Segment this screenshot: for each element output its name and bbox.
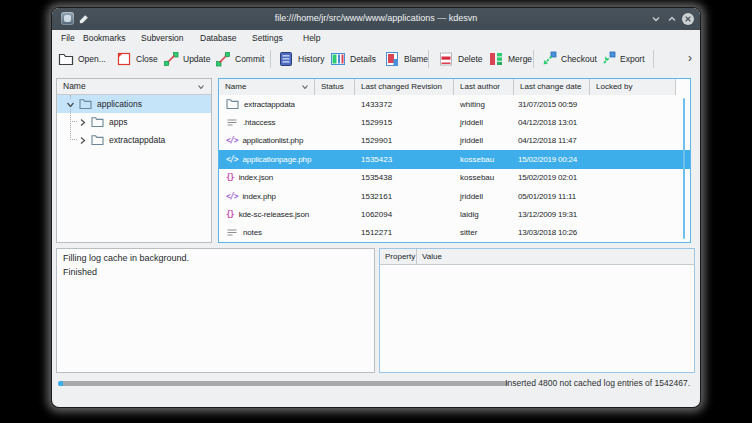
kdesvn-window: file:///home/jr/src/www/www/applications… [52,8,700,407]
cell-revision: 1535423 [355,155,454,164]
tree-guide-line [70,121,77,123]
cell-revision: 1535438 [355,173,454,182]
delete-button[interactable]: Delete [434,48,487,70]
cell-author: whiting [454,100,514,109]
text-file-icon [226,227,238,239]
merge-button[interactable]: Merge [484,48,536,70]
chevron-down-icon [301,83,309,91]
file-row-kde-sc-releases.json[interactable]: {}kde-sc-releases.json1062094laidig13/12… [219,205,690,223]
properties-panel: Property Value [379,248,695,373]
property-column-header[interactable]: Property [380,249,417,265]
merge-icon [488,51,504,67]
close-button[interactable] [681,12,695,26]
cell-author: jriddell [454,192,514,201]
log-line: Filling log cache in background. [63,252,368,266]
column-header-status[interactable]: Status [315,79,355,95]
log-line: Finished [63,266,368,280]
toolbar-button-label: Update [183,54,210,64]
maximize-button[interactable] [665,12,679,26]
collapsed-arrow-icon[interactable] [78,118,87,127]
cell-author: kossebau [454,155,514,164]
toolbar-separator [428,50,429,68]
cell-change-date: 05/01/2019 11:11 [514,192,590,201]
file-name: index.json [239,173,274,182]
value-column-header[interactable]: Value [417,249,694,265]
toolbar-button-label: Close [136,54,158,64]
expanded-arrow-icon[interactable] [66,100,75,109]
open-button[interactable]: Open... [54,48,110,70]
file-row-applicationlist.php[interactable]: </>applicationlist.php1529901jriddell04/… [219,132,690,150]
checkout-button[interactable]: Checkout [537,48,601,70]
tree-item-label: apps [109,117,127,127]
cell-author: laidig [454,210,514,219]
toolbar-button-label: Checkout [561,54,597,64]
tree-item-label: applications [97,99,142,109]
column-header-locked-by[interactable]: Locked by [590,79,676,95]
tree-header[interactable]: Name [57,79,211,95]
tree-item-applications[interactable]: applications [57,95,211,113]
json-file-icon: {} [226,210,234,219]
cell-author: sitter [454,228,514,237]
column-header-last-author[interactable]: Last author [454,79,514,95]
menu-item-help[interactable]: Help [303,30,320,46]
details-button[interactable]: Details [326,48,380,70]
collapsed-arrow-icon[interactable] [78,136,87,145]
toolbar-button-label: Export [620,54,645,64]
export-button[interactable]: Export [596,48,649,70]
progress-chunk [58,381,63,386]
file-row-notes[interactable]: notes1512271sitter13/03/2018 10:26 [219,224,690,242]
tree-guide-line [70,109,72,140]
titlebar[interactable]: file:///home/jr/src/www/www/applications… [52,8,700,30]
menubar: FileBookmarksSubversionDatabaseSettingsH… [52,30,700,46]
cell-revision: 1532161 [355,192,454,201]
tree-item-apps[interactable]: apps [57,113,211,131]
cell-change-date: 15/02/2019 02:01 [514,173,590,182]
close-button[interactable]: Close [112,48,162,70]
update-button[interactable]: Update [159,48,214,70]
column-header-last-changed-revision[interactable]: Last changed Revision [355,79,454,95]
toolbar-overflow-button[interactable]: › [682,49,698,67]
menu-item-file[interactable]: File [61,30,75,46]
commit-button[interactable]: Commit [211,48,268,70]
file-name: .htaccess [243,118,275,127]
file-row-index.json[interactable]: {}index.json1535438kossebau15/02/2019 02… [219,169,690,187]
file-row-.htaccess[interactable]: .htaccess1529915jriddell04/12/2018 13:01 [219,113,690,131]
file-list-rows: extractappdata1433372whiting31/07/2015 0… [219,95,690,242]
file-row-extractappdata[interactable]: extractappdata1433372whiting31/07/2015 0… [219,95,690,113]
file-name: index.php [242,192,275,201]
column-header-filler [676,79,690,95]
menu-item-settings[interactable]: Settings [252,30,283,46]
tree-item-extractappdata[interactable]: extractappdata [57,131,211,149]
cell-author: jriddell [454,136,514,145]
toolbar-separator [653,50,654,68]
folder-icon [226,98,239,110]
php-file-icon: </> [226,136,237,145]
log-output-panel: Filling log cache in background. Finishe… [56,248,375,373]
toolbar-button-label: Details [350,54,376,64]
menu-item-bookmarks[interactable]: Bookmarks [83,30,126,46]
tree-guide-line [70,95,72,99]
cell-change-date: 13/03/2018 10:26 [514,228,590,237]
cell-change-date: 04/12/2018 11:47 [514,136,590,145]
menu-item-subversion[interactable]: Subversion [141,30,184,46]
file-row-index.php[interactable]: </>index.php1532161jriddell05/01/2019 11… [219,187,690,205]
close-document-icon [116,51,132,67]
cell-change-date: 15/02/2019 00:24 [514,155,590,164]
folder-icon [79,98,92,110]
column-header-name[interactable]: Name [219,79,315,95]
open-folder-icon [58,51,74,67]
checkout-icon [541,51,557,67]
file-name: applicationlist.php [242,136,303,145]
minimize-button[interactable] [649,12,663,26]
blame-button[interactable]: Blame [380,48,432,70]
file-row-applicationpage.php[interactable]: </>applicationpage.php1535423kossebau15/… [219,150,690,168]
cell-change-date: 04/12/2018 13:01 [514,118,590,127]
cell-change-date: 13/12/2009 19:31 [514,210,590,219]
cell-author: kossebau [454,173,514,182]
window-title: file:///home/jr/src/www/www/applications… [52,13,700,23]
vertical-scrollbar[interactable] [683,98,686,239]
menu-item-database[interactable]: Database [200,30,236,46]
column-header-last-change-date[interactable]: Last change date [514,79,590,95]
history-button[interactable]: History [274,48,328,70]
cell-revision: 1529915 [355,118,454,127]
